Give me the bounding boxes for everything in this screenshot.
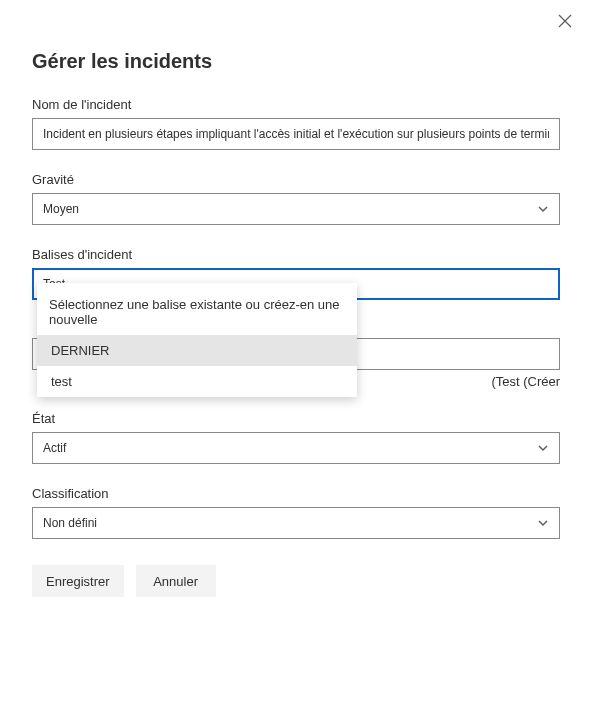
chevron-down-icon xyxy=(537,203,549,215)
incident-name-value: Incident en plusieurs étapes impliquant … xyxy=(43,127,549,141)
state-field: État Actif xyxy=(32,411,560,464)
tag-option[interactable]: test xyxy=(37,366,357,397)
incident-name-label: Nom de l'incident xyxy=(32,97,560,112)
incident-tags-label: Balises d'incident xyxy=(32,247,560,262)
state-select[interactable]: Actif xyxy=(32,432,560,464)
chevron-down-icon xyxy=(537,442,549,454)
close-button[interactable] xyxy=(556,14,574,32)
cancel-button[interactable]: Annuler xyxy=(136,565,216,597)
severity-value: Moyen xyxy=(43,202,79,216)
save-button[interactable]: Enregistrer xyxy=(32,565,124,597)
severity-label: Gravité xyxy=(32,172,560,187)
tags-suggestion-dropdown: Sélectionnez une balise existante ou cré… xyxy=(37,283,357,397)
tag-option[interactable]: DERNIER xyxy=(37,335,357,366)
manage-incidents-panel: Gérer les incidents Nom de l'incident In… xyxy=(0,0,592,701)
incident-name-input[interactable]: Incident en plusieurs étapes impliquant … xyxy=(32,118,560,150)
incident-tags-field: Balises d'incident Test Sélectionnez une… xyxy=(32,247,560,389)
classification-select[interactable]: Non défini xyxy=(32,507,560,539)
state-label: État xyxy=(32,411,560,426)
dialog-title: Gérer les incidents xyxy=(32,50,560,73)
tag-option-label: test xyxy=(51,374,72,389)
dialog-buttons: Enregistrer Annuler xyxy=(32,565,560,597)
chevron-down-icon xyxy=(537,517,549,529)
severity-select[interactable]: Moyen xyxy=(32,193,560,225)
state-value: Actif xyxy=(43,441,66,455)
classification-label: Classification xyxy=(32,486,560,501)
classification-field: Classification Non défini xyxy=(32,486,560,539)
severity-field: Gravité Moyen xyxy=(32,172,560,225)
incident-name-field: Nom de l'incident Incident en plusieurs … xyxy=(32,97,560,150)
classification-value: Non défini xyxy=(43,516,97,530)
close-icon xyxy=(558,14,572,32)
tags-dropdown-header: Sélectionnez une balise existante ou cré… xyxy=(37,291,357,335)
tag-option-label: DERNIER xyxy=(51,343,110,358)
